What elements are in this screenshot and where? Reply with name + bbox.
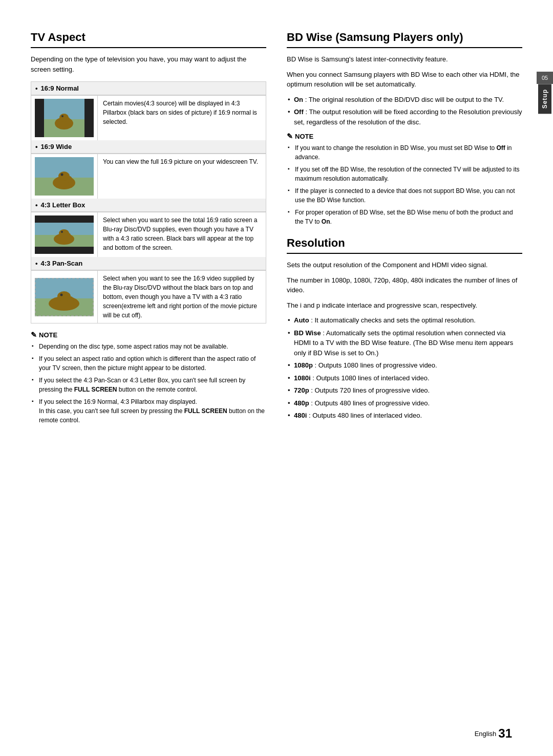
svg-point-29	[60, 293, 63, 296]
dog-scene-panscan	[35, 278, 94, 316]
aspect-row-43-panscan: Select when you want to see the 16:9 vid…	[31, 270, 266, 323]
aspect-row-169-normal: Certain movies(4:3 source) will be displ…	[31, 95, 266, 140]
svg-rect-8	[35, 99, 44, 137]
bd-wise-title: BD Wise (Samsung Players only)	[287, 31, 522, 48]
page-language: English	[475, 730, 497, 738]
tv-aspect-note: ✎ NOTE Depending on the disc type, some …	[31, 331, 266, 425]
bd-wise-note-header: ✎ NOTE	[287, 132, 522, 140]
bd-wise-note-2: If you set off the BD Wise, the resoluti…	[287, 165, 522, 183]
resolution-bullet-bdwise: BD Wise : Automatically sets the optimal…	[287, 328, 522, 358]
svg-point-15	[67, 176, 72, 183]
note-item-2: If you select an aspect ratio and option…	[31, 354, 266, 373]
svg-rect-9	[84, 99, 94, 137]
aspect-label-169-normal: • 16:9 Normal	[31, 82, 266, 95]
resolution-bullet-1080p: 1080p : Outputs 1080 lines of progressiv…	[287, 360, 522, 371]
aspect-label-169-wide: • 16:9 Wide	[31, 140, 266, 154]
bd-wise-intro-2: When you connect Samsung players with BD…	[287, 70, 522, 90]
aspect-row-169-wide: You can view the full 16:9 picture on yo…	[31, 154, 266, 199]
aspect-img-43-letterbox	[31, 212, 98, 257]
resolution-bullets: Auto : It automatically checks and sets …	[287, 315, 522, 421]
aspect-label-43-panscan: • 4:3 Pan-Scan	[31, 257, 266, 270]
svg-point-6	[61, 115, 63, 117]
aspect-img-169-wide	[31, 154, 98, 199]
svg-point-7	[66, 117, 70, 123]
note-item-1: Depending on the disc type, some aspect …	[31, 342, 266, 351]
aspect-desc-43-letterbox: Select when you want to see the total 16…	[98, 212, 266, 257]
svg-rect-18	[35, 247, 94, 254]
side-tab: 05 Setup	[537, 72, 553, 114]
left-column: TV Aspect Depending on the type of telev…	[31, 31, 266, 725]
note-icon: ✎	[31, 331, 37, 339]
bd-wise-note-1: If you want to change the resolution in …	[287, 143, 522, 162]
bullet-dot: •	[35, 201, 38, 209]
aspect-img-169-normal	[31, 96, 98, 140]
side-tab-label: Setup	[538, 84, 551, 114]
bullet-dot: •	[35, 84, 38, 92]
svg-point-30	[68, 296, 74, 305]
svg-point-14	[61, 174, 63, 176]
note-item-3: If you select the 4:3 Pan-Scan or 4:3 Le…	[31, 376, 266, 394]
side-tab-number: 05	[537, 72, 553, 84]
resolution-bullet-auto: Auto : It automatically checks and sets …	[287, 315, 522, 326]
bd-wise-intro-1: BD Wise is Samsung's latest inter-connec…	[287, 54, 522, 64]
aspect-block: • 16:9 Normal	[31, 81, 266, 323]
page-number: 31	[498, 726, 512, 741]
tv-aspect-title: TV Aspect	[31, 31, 266, 48]
svg-point-24	[67, 233, 71, 239]
tv-aspect-intro: Depending on the type of television you …	[31, 54, 266, 74]
bd-wise-note-3: If the player is connected to a device t…	[287, 186, 522, 205]
bd-wise-note-icon: ✎	[287, 132, 293, 140]
bullet-dot: •	[35, 260, 38, 267]
resolution-bullet-480i: 480i : Outputs 480 lines of interlaced v…	[287, 411, 522, 421]
resolution-bullet-720p: 720p : Outputs 720 lines of progressive …	[287, 385, 522, 396]
svg-rect-17	[35, 215, 94, 223]
right-column: BD Wise (Samsung Players only) BD Wise i…	[287, 31, 522, 725]
page-container: TV Aspect Depending on the type of telev…	[0, 0, 553, 756]
note-header: ✎ NOTE	[31, 331, 266, 339]
note-item-4: If you select the 16:9 Normal, 4:3 Pilla…	[31, 397, 266, 425]
aspect-desc-169-wide: You can view the full 16:9 picture on yo…	[98, 154, 266, 199]
resolution-bullet-480p: 480p : Outputs 480 lines of progressive …	[287, 398, 522, 408]
aspect-img-43-panscan	[31, 271, 98, 323]
svg-point-23	[61, 231, 63, 233]
resolution-intro-2: The number in 1080p, 1080i, 720p, 480p, …	[287, 275, 522, 295]
bd-wise-note-list: If you want to change the resolution in …	[287, 143, 522, 226]
main-content: TV Aspect Depending on the type of telev…	[31, 31, 553, 725]
resolution-intro-3: The i and p indicate interlace and progr…	[287, 300, 522, 311]
dog-scene-letterbox	[35, 215, 94, 254]
bd-wise-bullets: On : The original resolution of the BD/D…	[287, 95, 522, 127]
aspect-desc-169-normal: Certain movies(4:3 source) will be displ…	[98, 96, 266, 140]
aspect-desc-43-panscan: Select when you want to see the 16:9 vid…	[98, 271, 266, 323]
aspect-label-43-letterbox: • 4:3 Letter Box	[31, 199, 266, 212]
bd-wise-bullet-off: Off : The output resolution will be fixe…	[287, 107, 522, 127]
resolution-title: Resolution	[287, 236, 522, 254]
aspect-row-43-letterbox: Select when you want to see the total 16…	[31, 212, 266, 257]
resolution-intro-1: Sets the output resolution of the Compon…	[287, 260, 522, 270]
page-footer: English 31	[475, 726, 512, 741]
bd-wise-bullet-on: On : The original resolution of the BD/D…	[287, 95, 522, 105]
tv-aspect-note-list: Depending on the disc type, some aspect …	[31, 342, 266, 425]
resolution-bullet-1080i: 1080i : Outputs 1080 lines of interlaced…	[287, 373, 522, 383]
bullet-dot: •	[35, 143, 38, 150]
dog-scene-normal	[35, 99, 94, 137]
bd-wise-note: ✎ NOTE If you want to change the resolut…	[287, 132, 522, 226]
dog-scene-wide	[35, 157, 94, 196]
bd-wise-note-4: For proper operation of BD Wise, set the…	[287, 208, 522, 226]
